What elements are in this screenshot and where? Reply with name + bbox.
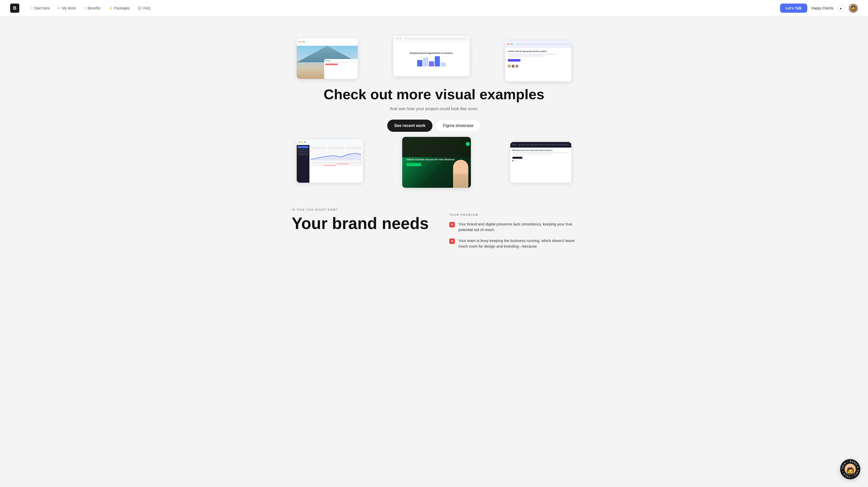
- fl-pg-2: [514, 160, 515, 161]
- nav-item-start-here[interactable]: Start here: [27, 5, 53, 12]
- avatar[interactable]: 🧔: [849, 4, 858, 13]
- floating-ring: TALK • BOOK A CALL • TALK • BOOK A CALL …: [840, 459, 860, 479]
- connect-dots: [507, 44, 513, 45]
- dash-cell-1: [310, 163, 323, 164]
- bar-5: [441, 63, 446, 66]
- dash-chart-area: [310, 151, 362, 161]
- nav-label-start-here: Start here: [34, 6, 50, 10]
- nav-item-my-work[interactable]: ✏ My Work: [55, 5, 79, 12]
- financial-thumb-header: [393, 36, 470, 42]
- dot-icon-2: [84, 7, 86, 9]
- play-button[interactable]: ▶: [837, 5, 845, 12]
- x-icon-1: ✕: [449, 222, 455, 227]
- travel-thumb-content: Destination: [297, 38, 358, 79]
- floating-talk-button[interactable]: TALK • BOOK A CALL • TALK • BOOK A CALL …: [840, 459, 860, 479]
- problem-section: IS THIS YOU RIGHT NOW? Your brand needs …: [281, 198, 587, 260]
- dash-cell-h2: [323, 162, 336, 163]
- dash-row-3: [310, 165, 362, 166]
- check-headline: Check out more visual examples: [291, 87, 577, 102]
- freelance-thumb-header: [510, 142, 571, 148]
- fl-cta-btn: [512, 157, 523, 159]
- thumbnail-travel[interactable]: Destination: [297, 38, 358, 79]
- thumbnails-top-row: Destination: [291, 36, 577, 76]
- problem-text-1: Your brand and digital presence lack con…: [458, 221, 577, 233]
- window-dot-red: [299, 41, 300, 42]
- dashboard-thumb-content: [297, 139, 363, 183]
- your-problem-label: YOUR PROBLEM: [449, 213, 577, 216]
- happy-clients-button[interactable]: Happy Clients: [811, 6, 833, 10]
- lets-talk-button[interactable]: Let's Talk: [780, 4, 807, 13]
- dash-cell-3: [336, 163, 349, 164]
- travel-card-row2: [325, 63, 347, 63]
- main-content: Destination: [0, 0, 868, 260]
- travel-thumb-body: Destination: [297, 46, 358, 79]
- problem-item-1: ✕ Your brand and digital presence lack c…: [449, 221, 577, 233]
- connect-url-bar: [516, 44, 569, 45]
- fl-pagination: [512, 160, 569, 161]
- financial-dot-1: [395, 38, 397, 39]
- bolt-icon: ⚡: [108, 6, 113, 10]
- window-dot-green: [303, 41, 305, 42]
- dash-dot-g: [304, 141, 306, 143]
- check-subtitle: And see how your project could look like…: [291, 106, 577, 111]
- problem-right: YOUR PROBLEM ✕ Your brand and digital pr…: [449, 208, 577, 254]
- freelance-thumb-title: Efficiently Launch Your Talent with Free…: [512, 150, 569, 151]
- fl-row-1: [512, 152, 569, 153]
- freelance-thumb-content: Efficiently Launch Your Talent with Free…: [510, 142, 571, 183]
- dash-nav-4: [298, 154, 308, 155]
- thumbnail-ai-dark[interactable]: Unlock AI-Driven Success for Your Busine…: [402, 137, 471, 188]
- connect-dot-1: [507, 44, 508, 45]
- thumbnail-dashboard[interactable]: [297, 139, 363, 183]
- connect-row-2: [508, 55, 544, 56]
- dash-stat-2: [328, 146, 344, 150]
- dashboard-thumb-header: [297, 139, 363, 145]
- connect-avatars: [508, 65, 569, 68]
- ai-cta-btn: [406, 163, 422, 166]
- nav-item-packages[interactable]: ⚡ Packages: [105, 5, 133, 12]
- connect-row-1: [508, 54, 557, 55]
- dash-cell-h1: [310, 162, 323, 163]
- ai-dark-thumb-content: Unlock AI-Driven Success for Your Busine…: [402, 137, 471, 188]
- thumbnail-connect[interactable]: Connect with the appropriate decision-ma…: [505, 41, 571, 81]
- nav-label-benefits: Benefits: [88, 6, 100, 10]
- bar-2: [423, 58, 428, 66]
- dash-cell-2: [323, 163, 336, 164]
- dash-stat-1: [310, 146, 327, 150]
- see-recent-work-button[interactable]: See recent work: [387, 120, 433, 132]
- fl-row-2: [512, 154, 552, 155]
- dash-nav-2: [298, 151, 308, 152]
- check-headline-title: Check out more visual examples: [291, 87, 577, 102]
- financial-dot-2: [398, 38, 399, 39]
- bar-3: [429, 61, 434, 66]
- floating-face-emoji: 🧔: [846, 468, 855, 475]
- dash-stats-row: [310, 146, 362, 150]
- thumbnail-financial[interactable]: Bringing financial opportunities to ever…: [393, 36, 470, 76]
- thumbnail-freelance[interactable]: Efficiently Launch Your Talent with Free…: [510, 142, 571, 183]
- dash-nav-1: [298, 149, 308, 150]
- connect-thumb-content: Connect with the appropriate decision-ma…: [505, 41, 571, 81]
- thumbnails-bottom-row: Unlock AI-Driven Success for Your Busine…: [291, 142, 577, 188]
- chat-icon: 💬: [138, 6, 142, 10]
- dash-dot-y: [302, 141, 303, 143]
- connect-thumb-body: Connect with the appropriate decision-ma…: [505, 48, 571, 81]
- nav-links: Start here ✏ My Work Benefits ⚡ Packages…: [27, 5, 154, 12]
- ai-thumb-title: Unlock AI-Driven Success for Your Busine…: [406, 158, 467, 161]
- problem-left: IS THIS YOU RIGHT NOW? Your brand needs: [291, 208, 429, 254]
- figma-showcase-button[interactable]: Figma showcase: [436, 120, 481, 132]
- nav-item-faq[interactable]: 💬 FAQ: [135, 5, 154, 12]
- problem-text-2: Your team is busy keeping the business r…: [458, 238, 577, 249]
- dash-dot-r: [299, 141, 300, 143]
- nav-label-my-work: My Work: [62, 6, 76, 10]
- avatar-2: [512, 65, 515, 68]
- navbar: B Start here ✏ My Work Benefits ⚡ Packag…: [0, 0, 868, 16]
- nav-item-benefits[interactable]: Benefits: [81, 5, 103, 12]
- dash-cell-8: [349, 165, 362, 166]
- travel-card-row1: [325, 62, 357, 62]
- travel-card-btn: [325, 64, 338, 65]
- connect-cta-btn: [508, 59, 521, 62]
- floating-face: 🧔: [845, 464, 856, 475]
- dashboard-sidebar: [297, 145, 309, 183]
- avatar-3: [515, 65, 519, 68]
- logo[interactable]: B: [10, 4, 19, 13]
- financial-bars: [417, 56, 446, 66]
